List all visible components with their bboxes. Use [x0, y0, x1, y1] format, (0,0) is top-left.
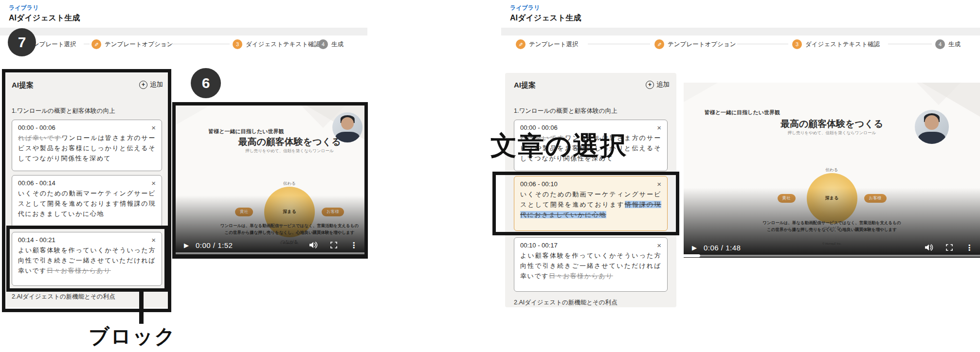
slide-headline: 最高の顧客体験をつくる — [780, 118, 883, 130]
step-number-icon: 4 — [935, 39, 945, 49]
plus-circle-icon: + — [139, 81, 147, 89]
annotation-connector-line — [139, 290, 144, 324]
stepper-step-generate[interactable]: 4 生成 — [318, 39, 344, 50]
progress-fill — [684, 254, 700, 257]
diagram-label-top: 伝わる — [826, 167, 838, 173]
kebab-menu-icon[interactable]: ⋮ — [965, 243, 973, 252]
text-block-1[interactable]: 00:00 - 00:06 × れば幸いですワンロールは皆さま方のサービスや製品… — [12, 120, 162, 171]
breadcrumb[interactable]: ライブラリ — [510, 4, 540, 12]
plus-circle-icon: + — [646, 81, 654, 89]
player-controls: ▶ 0:00 / 1:52 ⋮ — [176, 240, 364, 250]
close-icon[interactable]: × — [151, 179, 156, 187]
stepper-step-template-select[interactable]: ✎ テンプレート選択 — [516, 39, 578, 50]
pencil-icon: ✎ — [516, 39, 526, 49]
presenter-webcam-avatar — [915, 110, 949, 144]
pencil-icon: ✎ — [654, 39, 664, 49]
close-icon[interactable]: × — [151, 236, 156, 244]
block-timestamp: 00:00 - 00:06 — [18, 124, 55, 131]
text-block-3[interactable]: 00:10 - 00:17 × よい顧客体験を作っていくかそういった方向性で引き… — [514, 237, 668, 292]
panel-title: AI提案 — [12, 81, 34, 90]
block-timestamp: 00:10 - 00:17 — [520, 242, 558, 249]
stepper-connector — [84, 44, 90, 44]
close-icon[interactable]: × — [657, 180, 661, 188]
breadcrumb[interactable]: ライブラリ — [9, 4, 38, 12]
stepper-connector — [161, 44, 230, 44]
divider-band — [501, 28, 980, 35]
add-button[interactable]: + 追加 — [646, 80, 670, 89]
annotation-callout-text-selection: 文章の選択 — [490, 128, 627, 164]
progress-bar[interactable] — [176, 252, 364, 255]
block-text[interactable]: いくそのための動画マーケティングサービスとして開発を進めております情報課の現代に… — [520, 189, 661, 220]
add-button[interactable]: + 追加 — [139, 80, 163, 89]
section-label-2: 2.AIダイジェストの新機能とその利点 — [514, 299, 617, 307]
panel-title: AI提案 — [514, 81, 536, 90]
close-icon[interactable]: × — [151, 124, 156, 131]
player-time: 0:06 / 1:48 — [704, 244, 741, 252]
ai-suggestion-panel: AI提案 + 追加 1.ワンロールの概要と顧客体験の向上 00:00 - 00:… — [505, 73, 676, 307]
step-number-icon: 4 — [318, 39, 328, 49]
annotation-badge-6: 6 — [191, 68, 221, 98]
screenshot-canvas: ライブラリ AIダイジェスト生成 ✎ テンプレート選択 ✎ テンプレートオプショ… — [0, 0, 980, 352]
page-title: AIダイジェスト生成 — [510, 13, 581, 23]
video-slide: 皆様と一緒に目指したい世界観 最高の顧客体験をつくる 押し売りをやめて、信頼を築… — [684, 83, 980, 258]
video-player[interactable]: 皆様と一緒に目指したい世界観 最高の顧客体験をつくる 押し売りをやめて、信頼を築… — [176, 106, 364, 255]
stepper-step-digest-text[interactable]: 3 ダイジェストテキスト確認 — [233, 39, 320, 50]
block-text[interactable]: れば幸いですワンロールは皆さま方のサービスや製品をお客様にしっかりと伝えるそして… — [18, 133, 156, 163]
pencil-icon: ✎ — [91, 39, 101, 49]
stepper-connector — [888, 44, 932, 44]
fullscreen-icon[interactable] — [330, 242, 337, 248]
page-title: AIダイジェスト生成 — [9, 13, 80, 23]
volume-icon[interactable] — [309, 242, 318, 248]
section-label-1: 1.ワンロールの概要と顧客体験の向上 — [514, 107, 617, 115]
block-timestamp: 00:06 - 00:10 — [520, 180, 558, 188]
slide-subtitle: 押し売りをやめて、信頼を築くならワンロール — [788, 130, 876, 136]
play-icon[interactable]: ▶ — [692, 244, 697, 251]
text-block-2-highlighted[interactable]: 00:06 - 00:10 × いくそのための動画マーケティングサービスとして開… — [514, 176, 668, 231]
close-icon[interactable]: × — [657, 124, 661, 131]
slide-headline: 最高の顧客体験をつくる — [238, 136, 341, 148]
annotation-badge-7: 7 — [8, 28, 36, 56]
step-number-icon: 3 — [792, 39, 802, 49]
volume-icon[interactable] — [925, 244, 933, 251]
annotation-callout-block: ブロック — [89, 323, 176, 350]
presenter-webcam-avatar — [332, 112, 363, 142]
play-icon[interactable]: ▶ — [184, 242, 189, 249]
slide-corner-title: 皆様と一緒に目指したい世界観 — [705, 109, 780, 116]
block-text[interactable]: よい顧客体験を作っていくかそういった方向性で引き続きご一緒させていただければ幸い… — [520, 250, 661, 281]
video-player[interactable]: 皆様と一緒に目指したい世界観 最高の顧客体験をつくる 押し売りをやめて、信頼を築… — [684, 83, 980, 258]
stepper-step-generate[interactable]: 4 生成 — [935, 39, 961, 50]
block-timestamp: 00:06 - 00:14 — [18, 179, 55, 187]
divider-band — [0, 28, 367, 35]
block-text[interactable]: よい顧客体験を作っていくかそういった方向性で引き続きご一緒させていただければ幸い… — [18, 245, 156, 276]
section-label-2: 2.AIダイジェストの新機能とその利点 — [12, 293, 115, 301]
text-block-3[interactable]: 00:14 - 00:21 × よい顧客体験を作っていくかそういった方向性で引き… — [12, 232, 162, 286]
stepper-connector — [588, 44, 650, 44]
stepper-connector — [737, 44, 788, 44]
ai-suggestion-panel: AI提案 + 追加 1.ワンロールの概要と顧客体験の向上 00:00 - 00:… — [6, 73, 168, 307]
slide-corner-title: 皆様と一緒に目指したい世界観 — [208, 128, 284, 135]
stepper-step-template-options[interactable]: ✎ テンプレートオプション — [654, 39, 736, 50]
stepper-step-digest-text[interactable]: 3 ダイジェストテキスト確認 — [792, 39, 880, 50]
player-time: 0:00 / 1:52 — [196, 241, 233, 249]
stepper-connector — [314, 44, 316, 44]
progress-bar[interactable] — [684, 255, 980, 257]
player-controls: ▶ 0:06 / 1:48 ⋮ — [684, 242, 980, 253]
diagram-label-top: 伝わる — [283, 181, 296, 187]
text-block-2[interactable]: 00:06 - 00:14 × いくそのための動画マーケティングサービスとして開… — [12, 175, 162, 229]
slide-subtitle: 押し売りをやめて、信頼を築くならワンロール — [245, 148, 333, 154]
section-label-1: 1.ワンロールの概要と顧客体験の向上 — [12, 107, 115, 115]
step-number-icon: 3 — [233, 39, 242, 49]
close-icon[interactable]: × — [657, 242, 661, 249]
kebab-menu-icon[interactable]: ⋮ — [350, 241, 358, 250]
video-slide: 皆様と一緒に目指したい世界観 最高の顧客体験をつくる 押し売りをやめて、信頼を築… — [176, 106, 364, 255]
block-timestamp: 00:14 - 00:21 — [18, 236, 55, 244]
fullscreen-icon[interactable] — [946, 244, 953, 251]
stepper-step-template-options[interactable]: ✎ テンプレートオプション — [91, 39, 173, 50]
block-text[interactable]: いくそのための動画マーケティングサービスとして開発を進めております情報課の現代に… — [18, 188, 156, 219]
